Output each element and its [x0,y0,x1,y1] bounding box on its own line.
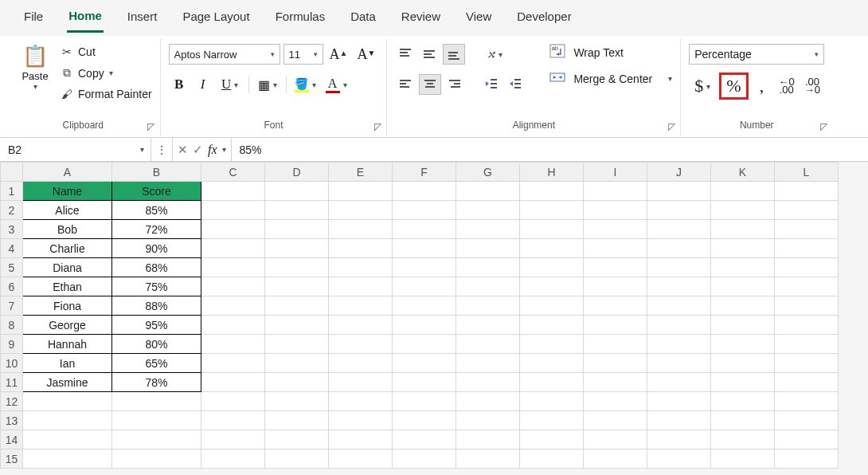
cell[interactable] [711,449,775,469]
cell[interactable] [201,449,265,469]
cell[interactable] [393,277,456,296]
cell[interactable]: 85% [112,201,201,220]
cell[interactable] [456,239,520,258]
cell[interactable] [329,373,393,392]
row-header[interactable]: 13 [1,411,23,430]
cell[interactable] [201,220,265,239]
font-size-select[interactable]: 11 ▾ [283,44,323,65]
cell[interactable] [456,373,520,392]
cell[interactable] [329,182,393,201]
cell[interactable] [265,220,329,239]
cell[interactable] [265,449,329,469]
cell[interactable] [393,449,456,469]
cell[interactable] [112,392,201,411]
worksheet[interactable]: ABCDEFGHIJKL1NameScore2Alice85%3Bob72%4C… [0,162,868,469]
cell[interactable] [584,277,647,296]
cell[interactable] [711,182,775,201]
fill-color-button[interactable]: 🪣 ▾ [291,74,319,95]
cell[interactable] [23,392,112,411]
cell[interactable] [647,239,711,258]
cell[interactable]: 65% [112,354,201,373]
cell[interactable] [329,220,393,239]
column-header[interactable]: E [329,163,393,182]
tab-pagelayout[interactable]: Page Layout [181,5,251,31]
cell[interactable] [456,201,520,220]
cell[interactable] [775,258,839,277]
cell[interactable] [647,430,711,449]
cell[interactable] [329,354,393,373]
cell[interactable] [201,354,265,373]
cell[interactable] [647,449,711,469]
dialog-launcher-icon[interactable]: ◸ [666,121,677,132]
cell[interactable] [711,411,775,430]
cell[interactable] [201,258,265,277]
cell[interactable] [265,430,329,449]
cell[interactable] [647,411,711,430]
cell[interactable] [265,239,329,258]
align-middle-button[interactable] [419,44,440,65]
row-header[interactable]: 7 [1,296,23,316]
cell[interactable] [584,182,647,201]
cell[interactable] [711,239,775,258]
cell[interactable] [393,354,456,373]
align-right-button[interactable] [444,74,465,95]
cell[interactable] [647,335,711,354]
copy-button[interactable]: ⧉ Copy ▾ [61,66,152,80]
cell[interactable] [112,449,201,469]
cell[interactable] [329,411,393,430]
cell[interactable] [520,430,584,449]
cell[interactable] [647,220,711,239]
cell[interactable] [520,239,584,258]
tab-file[interactable]: File [22,5,45,31]
cell[interactable]: Diana [23,258,112,277]
cell[interactable]: 90% [112,239,201,258]
row-header[interactable]: 2 [1,201,23,220]
align-center-button[interactable] [419,74,441,95]
grid[interactable]: ABCDEFGHIJKL1NameScore2Alice85%3Bob72%4C… [0,162,839,469]
row-header[interactable]: 5 [1,258,23,277]
cell[interactable] [520,392,584,411]
decrease-decimal-button[interactable]: .00→0 [801,76,823,96]
merge-center-button[interactable]: Merge & Center [549,70,652,87]
cell[interactable] [201,335,265,354]
cell[interactable] [584,335,647,354]
cell[interactable] [520,258,584,277]
cell[interactable] [201,316,265,335]
cell[interactable] [456,182,520,201]
bold-button[interactable]: B [169,74,190,95]
row-header[interactable]: 1 [1,182,23,201]
cell[interactable] [520,316,584,335]
cell[interactable]: Score [112,182,201,201]
cell[interactable] [584,449,647,469]
cell[interactable] [711,201,775,220]
cell[interactable] [265,182,329,201]
tab-home[interactable]: Home [67,4,104,33]
cell[interactable] [584,392,647,411]
column-header[interactable]: G [456,163,520,182]
cell[interactable] [520,411,584,430]
cell[interactable] [775,430,839,449]
cell[interactable]: 75% [112,277,201,296]
cell[interactable] [775,392,839,411]
column-header[interactable]: A [23,163,112,182]
column-header[interactable]: F [393,163,456,182]
percent-style-button[interactable]: % [719,73,748,100]
cell[interactable]: 88% [112,296,201,316]
row-header[interactable]: 6 [1,277,23,296]
cell[interactable] [520,373,584,392]
cell[interactable]: Alice [23,201,112,220]
name-box[interactable]: B2 ▾ [0,138,151,161]
cell[interactable] [775,316,839,335]
cell[interactable] [775,220,839,239]
cell[interactable] [265,316,329,335]
tab-developer[interactable]: Developer [515,5,573,31]
row-header[interactable]: 15 [1,449,23,469]
format-painter-button[interactable]: 🖌 Format Painter [61,88,152,100]
cell[interactable] [393,430,456,449]
cell[interactable] [775,277,839,296]
cell[interactable] [520,296,584,316]
formula-input[interactable]: 85% [232,143,868,156]
cell[interactable] [456,392,520,411]
cell[interactable] [265,201,329,220]
currency-button[interactable]: $▾ [689,76,716,96]
